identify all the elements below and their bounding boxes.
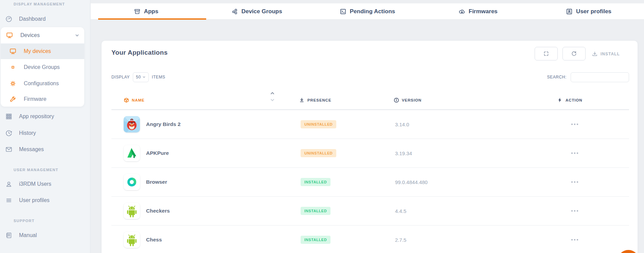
sort-descending-icon[interactable] <box>270 98 274 102</box>
column-label: VERSION <box>402 98 422 102</box>
app-version: 99.0.4844.480 <box>395 179 428 185</box>
fullscreen-icon <box>543 51 549 57</box>
cloud-download-icon <box>459 8 465 15</box>
monitor-icon <box>5 31 14 39</box>
refresh-icon <box>571 51 577 57</box>
sidebar-item-firmware[interactable]: Firmware <box>1 92 84 106</box>
tab-label: Apps <box>144 8 159 15</box>
sidebar: DISPLAY MANAGEMENT Dashboard Devices <box>0 0 90 253</box>
page-title: Your Applications <box>111 49 168 56</box>
chevron-down-icon <box>142 75 146 79</box>
terminal-icon <box>340 8 346 15</box>
presence-badge: UNINSTALLED <box>301 149 336 157</box>
app-name: Angry Birds 2 <box>146 121 181 127</box>
device-groups-icon <box>231 8 238 15</box>
table-row[interactable]: Angry Birds 2 UNINSTALLED 3.14.0 <box>111 110 629 139</box>
search-input[interactable] <box>571 72 629 82</box>
history-clock-icon <box>5 129 13 137</box>
sidebar-item-devices[interactable]: Devices <box>1 29 84 42</box>
sidebar-item-label: Device Groups <box>24 64 60 70</box>
page-size-value: 50 <box>136 75 141 79</box>
sidebar-item-user-profiles[interactable]: User profiles <box>0 194 90 207</box>
user-badge-icon <box>566 8 573 15</box>
row-actions-menu-icon[interactable] <box>571 124 578 125</box>
sidebar-item-app-repository[interactable]: App repository <box>0 110 90 123</box>
sidebar-item-messages[interactable]: Messages <box>0 143 90 156</box>
column-header-name[interactable]: NAME <box>124 95 144 105</box>
sidebar-section-display-management: DISPLAY MANAGEMENT <box>14 2 65 6</box>
tab-label: User profiles <box>576 8 611 15</box>
sidebar-item-label: Manual <box>19 232 37 238</box>
app-version: 3.14.0 <box>395 121 409 127</box>
info-icon <box>394 97 399 103</box>
list-lines-icon <box>5 196 13 204</box>
sidebar-item-history[interactable]: History <box>0 126 90 140</box>
tab-label: Firmwares <box>469 8 498 15</box>
angry-birds-app-icon <box>124 116 140 132</box>
sidebar-item-my-devices[interactable]: My devices <box>1 43 84 59</box>
tab-label: Device Groups <box>242 8 282 15</box>
gear-icon <box>9 79 17 88</box>
tab-user-profiles[interactable]: User profiles <box>533 3 644 19</box>
presence-badge: INSTALLED <box>301 236 330 244</box>
fullscreen-button[interactable] <box>535 47 558 60</box>
column-header-version[interactable]: VERSION <box>394 95 422 105</box>
refresh-button[interactable] <box>562 47 586 60</box>
sidebar-item-dashboard[interactable]: Dashboard <box>0 12 90 26</box>
app-name: Chess <box>146 237 162 243</box>
app-name: Checkers <box>146 208 170 214</box>
tab-label: Pending Actions <box>350 8 395 15</box>
presence-badge: INSTALLED <box>301 178 330 186</box>
row-actions-menu-icon[interactable] <box>571 239 578 240</box>
sidebar-item-configurations[interactable]: Configurations <box>1 77 84 90</box>
column-header-presence[interactable]: PRESENCE <box>299 95 331 105</box>
grid-icon <box>5 112 13 121</box>
envelope-icon <box>5 145 13 153</box>
install-button[interactable]: INSTALL <box>592 50 620 58</box>
search-label: SEARCH: <box>547 75 567 79</box>
sidebar-section-user-management: USER MANAGEMENT <box>14 168 58 172</box>
table-row[interactable]: Chess INSTALLED 2.7.5 <box>111 225 629 253</box>
sort-ascending-icon[interactable] <box>270 92 274 95</box>
sidebar-item-label: i3RDM Users <box>19 181 51 187</box>
sidebar-item-label: Configurations <box>24 80 59 87</box>
sidebar-item-label: History <box>19 130 36 136</box>
sidebar-item-label: Firmware <box>24 96 47 102</box>
row-actions-menu-icon[interactable] <box>571 152 578 154</box>
column-label: ACTION <box>566 98 582 102</box>
page-size-select[interactable]: 50 <box>133 72 149 82</box>
small-square-icon <box>9 63 17 71</box>
row-actions-menu-icon[interactable] <box>571 210 578 212</box>
tab-firmwares[interactable]: Firmwares <box>423 3 533 19</box>
column-label: PRESENCE <box>307 98 331 102</box>
download-icon <box>299 97 305 103</box>
app-version: 4.4.5 <box>395 208 406 214</box>
tab-pending-actions[interactable]: Pending Actions <box>312 3 423 19</box>
archive-box-icon <box>134 8 141 15</box>
monitor-icon <box>9 47 17 55</box>
row-actions-menu-icon[interactable] <box>571 181 578 183</box>
browser-app-icon <box>124 174 140 190</box>
tab-device-groups[interactable]: Device Groups <box>201 3 312 19</box>
table-row[interactable]: Browser INSTALLED 99.0.4844.480 <box>111 167 629 196</box>
presence-badge: UNINSTALLED <box>301 120 336 128</box>
search-control: SEARCH: <box>547 72 629 82</box>
presence-badge: INSTALLED <box>301 207 330 215</box>
sidebar-item-device-groups[interactable]: Device Groups <box>1 60 84 74</box>
sidebar-item-manual[interactable]: Manual <box>0 229 90 242</box>
apkpure-app-icon <box>124 145 140 161</box>
sidebar-item-label: User profiles <box>19 197 50 203</box>
table-row[interactable]: Checkers INSTALLED 4.4.5 <box>111 196 629 225</box>
app-version: 3.19.34 <box>395 150 412 156</box>
wrench-icon <box>9 95 17 103</box>
applications-card: Your Applications INSTALL DISPLAY 50 ITE… <box>102 41 638 253</box>
tab-apps[interactable]: Apps <box>91 3 201 19</box>
chevron-down-icon <box>75 33 79 38</box>
table-row[interactable]: APKPure UNINSTALLED 3.19.34 <box>111 139 629 167</box>
gauge-icon <box>5 15 13 23</box>
sidebar-item-i3rdm-users[interactable]: i3RDM Users <box>0 177 90 191</box>
display-label: DISPLAY <box>111 75 130 79</box>
user-icon <box>5 180 13 188</box>
package-icon <box>124 97 129 103</box>
column-header-action[interactable]: ACTION <box>557 95 582 105</box>
